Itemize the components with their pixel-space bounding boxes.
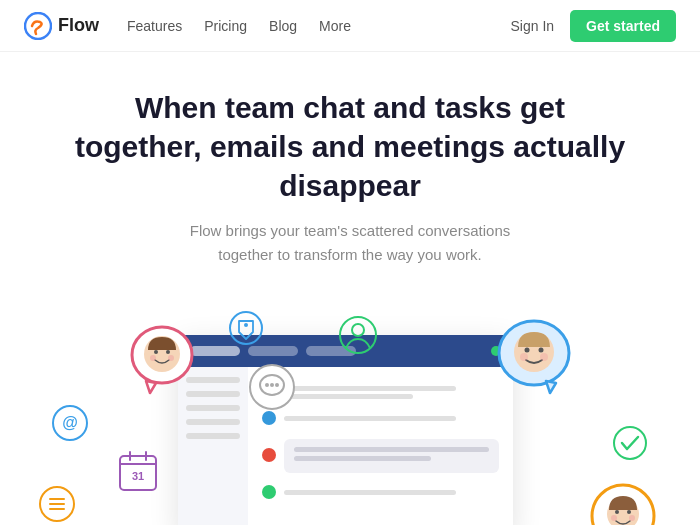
chat-line [284,394,413,399]
svg-point-25 [270,383,274,387]
avatar-right [590,483,656,525]
navbar: Flow Features Pricing Blog More Sign In … [0,0,700,52]
get-started-button[interactable]: Get started [570,10,676,42]
avatar-top-left [128,323,196,402]
svg-point-19 [168,355,174,361]
illustration-area: @ [0,295,700,525]
list-icon-bubble [38,485,76,525]
hero-section: When team chat and tasks get together, e… [0,52,700,267]
chat-row-1 [262,379,499,405]
svg-marker-14 [146,381,156,393]
nav-links: Features Pricing Blog More [127,17,510,35]
svg-point-16 [154,350,158,354]
svg-point-21 [244,323,248,327]
logo-text: Flow [58,15,99,36]
hero-subtext: Flow brings your team's scattered conver… [180,219,520,267]
svg-point-28 [352,324,364,336]
svg-text:31: 31 [132,470,144,482]
chat-bubble-1 [284,386,499,399]
chat-line [284,386,456,391]
avatar-top-right [494,317,574,406]
nav-blog[interactable]: Blog [269,18,297,34]
msg-line [294,447,489,452]
app-body [178,367,513,525]
chat-avatar-3 [262,448,276,462]
sidebar-line-4 [186,419,240,425]
check-icon-bubble [612,425,648,465]
svg-point-33 [539,348,544,353]
app-window [178,335,513,525]
svg-text:@: @ [62,414,78,431]
svg-point-35 [540,353,548,361]
svg-point-40 [627,510,631,514]
sidebar-line-3 [186,405,240,411]
nav-more[interactable]: More [319,18,351,34]
sidebar-line-5 [186,433,240,439]
nav-features[interactable]: Features [127,18,182,34]
svg-point-32 [525,348,530,353]
logo[interactable]: Flow [24,12,99,40]
chat-row-2 [262,405,499,431]
svg-point-0 [25,13,51,39]
chat-avatar-4 [262,485,276,499]
tag-icon-bubble [228,310,264,350]
chat-line [284,490,456,495]
at-icon-bubble: @ [52,405,88,445]
hero-headline: When team chat and tasks get together, e… [70,88,630,205]
user-icon-bubble [338,315,378,359]
sign-in-link[interactable]: Sign In [510,18,554,34]
calendar-icon-bubble: 31 [118,450,158,496]
message-box [284,439,499,473]
chat-bubble-4 [284,490,499,495]
svg-point-42 [629,515,635,521]
svg-point-36 [614,427,646,459]
nav-right: Sign In Get started [510,10,676,42]
chat-icon-bubble [248,363,296,415]
svg-point-41 [611,515,617,521]
svg-point-17 [166,350,170,354]
svg-point-26 [275,383,279,387]
chat-row-4 [262,479,499,505]
svg-point-18 [150,355,156,361]
msg-line [294,456,431,461]
svg-point-34 [520,353,528,361]
chat-row-3 [262,431,499,479]
flow-logo-icon [24,12,52,40]
svg-point-24 [265,383,269,387]
chat-line [284,416,456,421]
nav-pricing[interactable]: Pricing [204,18,247,34]
svg-point-39 [615,510,619,514]
chat-bubble-2 [284,416,499,421]
svg-marker-30 [546,381,556,393]
